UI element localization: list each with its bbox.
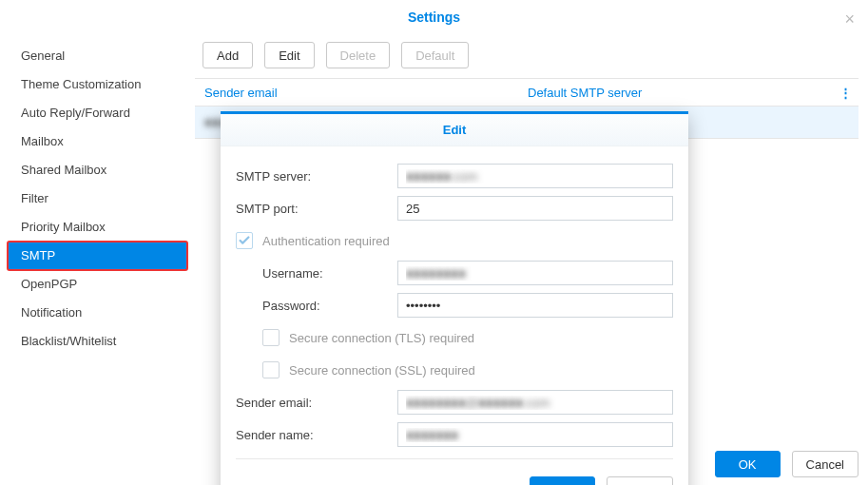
password-label: Password:	[262, 299, 397, 313]
column-default-server[interactable]: Default SMTP server	[518, 79, 834, 106]
password-input[interactable]	[397, 293, 673, 318]
tls-checkbox[interactable]	[262, 329, 280, 346]
sidebar-item-label: Mailbox	[21, 134, 64, 148]
ssl-label: Secure connection (SSL) required	[289, 363, 475, 378]
smtp-port-input[interactable]	[397, 196, 673, 221]
close-icon[interactable]: ×	[844, 10, 855, 29]
sidebar-item-label: OpenPGP	[21, 277, 77, 291]
smtp-server-label: SMTP server:	[236, 169, 397, 184]
toolbar: Add Edit Delete Default	[195, 34, 858, 78]
settings-window: Settings × General Theme Customization A…	[0, 0, 868, 485]
sidebar-item-label: Priority Mailbox	[21, 220, 106, 234]
auth-required-checkbox[interactable]	[236, 232, 253, 249]
divider	[236, 458, 673, 459]
sidebar-item-label: Filter	[21, 191, 48, 205]
sender-name-label: Sender name:	[236, 428, 397, 442]
sidebar-item-shared[interactable]: Shared Mailbox	[8, 156, 187, 184]
ok-button[interactable]: OK	[715, 451, 781, 477]
modal-body: SMTP server: SMTP port: Authentication r…	[221, 146, 688, 476]
sidebar-item-label: Auto Reply/Forward	[21, 106, 130, 120]
sidebar-item-smtp[interactable]: SMTP	[8, 242, 187, 270]
sidebar-item-label: Shared Mailbox	[21, 163, 106, 177]
sidebar-item-label: Blacklist/Whitelist	[21, 334, 116, 348]
sidebar-item-blacklist[interactable]: Blacklist/Whitelist	[8, 327, 187, 356]
auth-required-label: Authentication required	[262, 234, 390, 248]
modal-title: Edit	[221, 114, 688, 146]
modal-ok-button[interactable]: OK	[530, 476, 595, 485]
modal-footer: OK Cancel	[221, 476, 688, 485]
modal-cancel-button[interactable]: Cancel	[607, 476, 673, 485]
sender-email-input[interactable]	[397, 390, 673, 415]
sidebar-item-priority[interactable]: Priority Mailbox	[8, 213, 187, 242]
sidebar: General Theme Customization Auto Reply/F…	[0, 34, 195, 485]
column-menu-icon[interactable]: ⋮	[834, 79, 858, 106]
titlebar: Settings ×	[0, 0, 868, 34]
column-sender-email[interactable]: Sender email	[195, 79, 518, 106]
sidebar-item-openpgp[interactable]: OpenPGP	[8, 270, 187, 299]
sidebar-item-label: Theme Customization	[21, 77, 141, 91]
sidebar-item-autoreply[interactable]: Auto Reply/Forward	[8, 99, 187, 127]
main-footer: OK Cancel	[715, 451, 858, 477]
delete-button[interactable]: Delete	[326, 42, 391, 68]
sidebar-item-theme[interactable]: Theme Customization	[8, 70, 187, 99]
default-button[interactable]: Default	[401, 42, 469, 68]
sender-name-input[interactable]	[397, 422, 673, 447]
username-label: Username:	[262, 266, 397, 281]
add-button[interactable]: Add	[203, 42, 253, 68]
sidebar-item-label: General	[21, 48, 65, 63]
smtp-port-label: SMTP port:	[236, 202, 397, 216]
sidebar-item-mailbox[interactable]: Mailbox	[8, 127, 187, 156]
check-icon	[238, 234, 251, 247]
tls-label: Secure connection (TLS) required	[289, 331, 474, 345]
table-header: Sender email Default SMTP server ⋮	[195, 78, 858, 107]
sidebar-item-label: Notification	[21, 305, 82, 320]
cancel-button[interactable]: Cancel	[792, 451, 858, 477]
sidebar-item-label: SMTP	[21, 248, 55, 262]
sidebar-item-filter[interactable]: Filter	[8, 184, 187, 213]
window-title: Settings	[408, 10, 460, 25]
edit-modal: Edit SMTP server: SMTP port: Authenticat…	[221, 111, 688, 485]
sidebar-item-general[interactable]: General	[8, 42, 187, 70]
sidebar-item-notification[interactable]: Notification	[8, 299, 187, 327]
username-input[interactable]	[397, 261, 673, 285]
smtp-server-input[interactable]	[397, 164, 673, 188]
ssl-checkbox[interactable]	[262, 361, 280, 378]
edit-button[interactable]: Edit	[264, 42, 314, 68]
sender-email-label: Sender email:	[236, 396, 397, 410]
